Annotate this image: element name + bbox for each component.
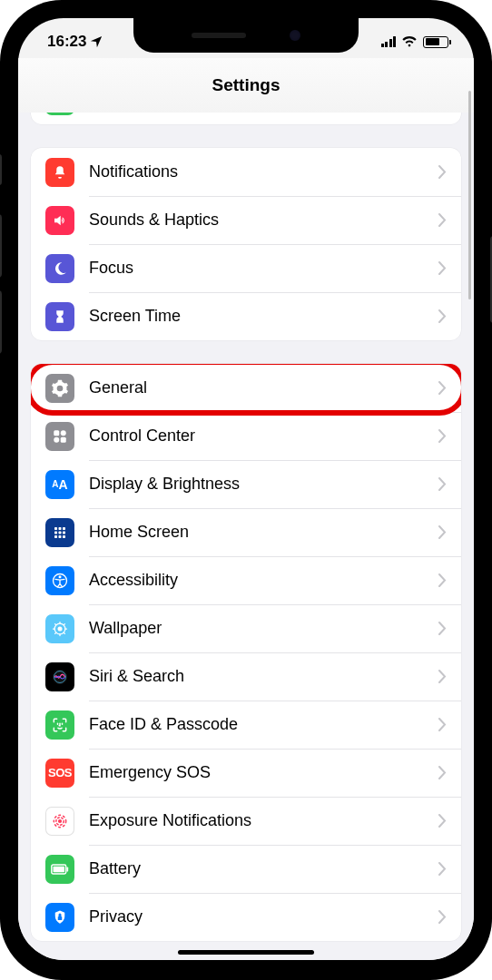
row-label: Wallpaper — [89, 619, 438, 638]
row-label: Face ID & Passcode — [89, 715, 438, 734]
hotspot-icon — [45, 113, 74, 115]
home-screen-icon — [45, 518, 74, 547]
chevron-right-icon — [438, 718, 447, 731]
row-personal-hotspot[interactable]: Personal Hotspot Off — [31, 113, 461, 124]
mute-switch — [0, 154, 2, 185]
wifi-icon — [401, 35, 418, 48]
row-general[interactable]: General — [31, 364, 461, 412]
svg-point-14 — [59, 575, 62, 578]
row-label: Siri & Search — [89, 667, 438, 686]
row-face-id[interactable]: Face ID & Passcode — [31, 701, 461, 749]
display-icon: AA — [45, 470, 74, 499]
accessibility-icon — [45, 566, 74, 595]
page-title: Settings — [212, 75, 280, 95]
row-screen-time[interactable]: Screen Time — [31, 292, 461, 340]
row-battery[interactable]: Battery — [31, 845, 461, 893]
row-label: Accessibility — [89, 571, 438, 590]
cellular-signal-icon — [381, 36, 397, 47]
row-label: Battery — [89, 859, 438, 878]
nav-header: Settings — [18, 58, 474, 113]
chevron-right-icon — [438, 309, 447, 323]
wallpaper-icon — [45, 614, 74, 643]
row-wallpaper[interactable]: Wallpaper — [31, 604, 461, 652]
settings-group-system: General Control Center AA Display & Brig… — [31, 364, 461, 941]
row-emergency-sos[interactable]: SOS Emergency SOS — [31, 749, 461, 797]
svg-rect-1 — [61, 430, 66, 436]
row-label: Home Screen — [89, 523, 438, 542]
row-sounds-haptics[interactable]: Sounds & Haptics — [31, 196, 461, 244]
sos-icon: SOS — [45, 759, 74, 788]
chevron-right-icon — [438, 766, 447, 779]
settings-group-connectivity: Personal Hotspot Off — [31, 113, 461, 124]
row-control-center[interactable]: Control Center — [31, 412, 461, 460]
phone-frame: 16:23 Settings — [0, 0, 492, 980]
chevron-right-icon — [438, 814, 447, 828]
chevron-right-icon — [438, 525, 447, 539]
row-label: Emergency SOS — [89, 763, 438, 782]
svg-rect-8 — [59, 531, 62, 534]
chevron-right-icon — [438, 165, 447, 179]
focus-icon — [45, 254, 74, 283]
sounds-icon — [45, 206, 74, 235]
volume-down-button — [0, 290, 2, 354]
row-exposure-notifications[interactable]: Exposure Notifications — [31, 797, 461, 845]
general-icon — [45, 374, 74, 403]
battery-icon — [423, 36, 448, 48]
chevron-right-icon — [438, 622, 447, 635]
home-indicator[interactable] — [178, 950, 314, 955]
row-label: Display & Brightness — [89, 475, 438, 494]
row-display-brightness[interactable]: AA Display & Brightness — [31, 460, 461, 508]
row-focus[interactable]: Focus — [31, 244, 461, 292]
face-id-icon — [45, 710, 74, 740]
svg-rect-3 — [61, 436, 66, 442]
svg-point-19 — [58, 818, 62, 822]
location-icon — [90, 35, 103, 48]
svg-point-15 — [58, 626, 63, 631]
front-camera — [290, 30, 300, 41]
chevron-right-icon — [438, 477, 447, 491]
row-siri-search[interactable]: Siri & Search — [31, 652, 461, 701]
row-accessibility[interactable]: Accessibility — [31, 556, 461, 604]
phone-bezel: 16:23 Settings — [15, 15, 477, 964]
row-label: Sounds & Haptics — [89, 211, 438, 230]
svg-rect-24 — [67, 867, 69, 871]
svg-rect-6 — [63, 527, 65, 530]
svg-rect-12 — [63, 535, 65, 538]
row-notifications[interactable]: Notifications — [31, 148, 461, 196]
scroll-indicator[interactable] — [468, 91, 471, 299]
row-label: General — [89, 378, 438, 397]
privacy-icon — [45, 903, 74, 932]
volume-up-button — [0, 214, 2, 278]
battery-icon — [45, 855, 74, 884]
chevron-right-icon — [438, 429, 447, 443]
svg-rect-5 — [59, 527, 62, 530]
chevron-right-icon — [438, 381, 447, 395]
control-center-icon — [45, 422, 74, 451]
settings-list[interactable]: Personal Hotspot Off Notifications — [18, 113, 474, 960]
siri-icon — [45, 662, 74, 691]
notch — [133, 18, 359, 53]
row-label: Control Center — [89, 426, 438, 446]
row-label: Screen Time — [89, 307, 438, 326]
svg-rect-7 — [54, 531, 57, 534]
svg-rect-9 — [63, 531, 65, 534]
svg-rect-23 — [54, 866, 65, 872]
notifications-icon — [45, 158, 74, 187]
row-label: Focus — [89, 259, 438, 278]
chevron-right-icon — [438, 910, 447, 924]
status-time: 16:23 — [47, 33, 86, 51]
row-label: Notifications — [89, 162, 438, 181]
screen: 16:23 Settings — [18, 18, 474, 960]
svg-rect-0 — [54, 430, 59, 436]
svg-rect-11 — [59, 535, 62, 538]
row-privacy[interactable]: Privacy — [31, 893, 461, 941]
settings-group-notifications: Notifications Sounds & Haptics — [31, 148, 461, 340]
svg-rect-4 — [54, 527, 57, 530]
row-label: Privacy — [89, 907, 438, 926]
svg-rect-10 — [54, 535, 57, 538]
exposure-icon — [45, 807, 74, 836]
speaker-grille — [192, 33, 246, 38]
chevron-right-icon — [438, 670, 447, 683]
svg-rect-2 — [54, 436, 59, 442]
row-home-screen[interactable]: Home Screen — [31, 508, 461, 556]
